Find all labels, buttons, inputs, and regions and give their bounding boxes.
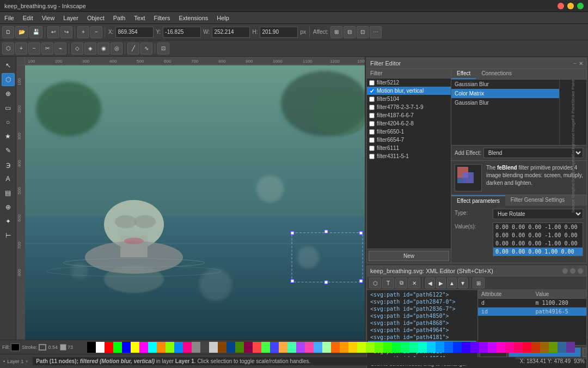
color-swatch[interactable] bbox=[279, 342, 287, 353]
connections-tab[interactable]: Connections bbox=[476, 69, 517, 79]
menu-object[interactable]: Object bbox=[83, 14, 109, 22]
y-input[interactable] bbox=[163, 27, 201, 38]
gradient-tool[interactable]: ▤ bbox=[2, 186, 15, 200]
dropper-tool[interactable]: ⊕ bbox=[2, 201, 15, 214]
color-swatch[interactable] bbox=[174, 342, 183, 353]
xml-new-elem-btn[interactable]: ⬡ bbox=[369, 277, 381, 288]
canvas-area[interactable] bbox=[25, 65, 365, 340]
color-swatch[interactable] bbox=[549, 342, 558, 353]
filter-checkbox-5[interactable] bbox=[369, 121, 375, 126]
filter-checkbox-6[interactable] bbox=[369, 129, 375, 135]
color-swatch[interactable] bbox=[462, 342, 470, 353]
effect-tab[interactable]: Effect bbox=[451, 69, 476, 79]
x-input[interactable] bbox=[115, 27, 154, 38]
color-swatch[interactable] bbox=[436, 342, 444, 353]
color-swatch[interactable] bbox=[523, 342, 531, 353]
color-swatch[interactable] bbox=[444, 342, 453, 353]
xml-node-6[interactable]: <svg:path id="path4181"> bbox=[368, 334, 476, 341]
stroke-color-box[interactable] bbox=[39, 344, 46, 351]
color-swatch[interactable] bbox=[139, 342, 148, 353]
filter-item-8[interactable]: filter6111 bbox=[367, 144, 451, 152]
xml-delete-btn[interactable]: ✕ bbox=[408, 277, 420, 288]
filter-item-1[interactable]: Motion blur, vertical bbox=[367, 87, 451, 95]
add-effect-select[interactable]: Blend Gaussian Blur Color Matrix Composi… bbox=[483, 148, 583, 158]
menu-path[interactable]: Path bbox=[109, 14, 130, 22]
fill-color-box[interactable] bbox=[11, 343, 20, 351]
color-swatch[interactable] bbox=[131, 342, 139, 353]
color-swatch[interactable] bbox=[166, 342, 174, 353]
matrix-row-2[interactable]: 0.00 0.00 0.00 -1.00 0.00 bbox=[493, 239, 583, 248]
rect-tool[interactable]: ▭ bbox=[2, 101, 15, 114]
xml-duplicate-btn[interactable]: ⧉ bbox=[395, 277, 407, 288]
smooth-btn[interactable]: ◈ bbox=[84, 43, 96, 55]
color-swatch[interactable] bbox=[375, 342, 383, 353]
xml-new-text-btn[interactable]: T bbox=[382, 277, 394, 288]
filter-checkbox-8[interactable] bbox=[369, 146, 375, 151]
affect-btn-1[interactable]: ⊞ bbox=[330, 26, 342, 38]
filter-checkbox-9[interactable] bbox=[369, 154, 375, 159]
color-swatch[interactable] bbox=[226, 342, 235, 353]
remove-node-btn[interactable]: − bbox=[28, 43, 40, 55]
curve-seg-btn[interactable]: ∿ bbox=[140, 43, 152, 55]
color-swatch[interactable] bbox=[453, 342, 462, 353]
filter-item-4[interactable]: filter4187-6-6-7 bbox=[367, 111, 451, 119]
xml-indent-btn[interactable]: ⊞ bbox=[473, 277, 485, 288]
xml-circle-1[interactable] bbox=[562, 268, 568, 274]
effect-params-tab[interactable]: Effect parameters bbox=[451, 195, 505, 206]
xml-node-1[interactable]: <svg:path id="path2847-0"> bbox=[368, 298, 476, 305]
node-tool-btn[interactable]: ⬡ bbox=[2, 43, 14, 55]
color-swatch[interactable] bbox=[287, 342, 296, 353]
add-node-btn[interactable]: + bbox=[15, 43, 27, 55]
select-tool[interactable]: ↖ bbox=[2, 59, 15, 72]
color-swatch[interactable] bbox=[366, 342, 375, 353]
xml-nav-up[interactable]: ▲ bbox=[447, 277, 457, 288]
xml-node-3[interactable]: <svg:path id="path4850"> bbox=[368, 312, 476, 319]
color-swatch[interactable] bbox=[192, 342, 200, 353]
color-swatch[interactable] bbox=[200, 342, 209, 353]
color-swatch[interactable] bbox=[305, 342, 314, 353]
xml-node-4[interactable]: <svg:path id="path4868"> bbox=[368, 319, 476, 327]
filter-checkbox-2[interactable] bbox=[369, 96, 375, 102]
color-swatch[interactable] bbox=[87, 342, 96, 353]
color-swatch[interactable] bbox=[270, 342, 279, 353]
color-swatch[interactable] bbox=[418, 342, 427, 353]
menu-file[interactable]: File bbox=[0, 14, 19, 22]
zoom-out-btn[interactable]: − bbox=[90, 26, 102, 38]
calligraphy-tool[interactable]: ℈ bbox=[2, 158, 15, 171]
undo-btn[interactable]: ↩ bbox=[47, 26, 59, 38]
color-swatch[interactable] bbox=[488, 342, 497, 353]
pencil-tool[interactable]: ✎ bbox=[2, 144, 15, 157]
cusp-btn[interactable]: ◇ bbox=[71, 43, 83, 55]
show-handles-btn[interactable]: ⊡ bbox=[157, 43, 169, 55]
xml-attr-row-1[interactable]: id path4916-5 bbox=[478, 307, 586, 316]
line-seg-btn[interactable]: ╱ bbox=[127, 43, 139, 55]
color-swatch[interactable] bbox=[409, 342, 418, 353]
xml-circle-2[interactable] bbox=[570, 268, 575, 274]
color-swatch[interactable] bbox=[401, 342, 409, 353]
xml-node-2[interactable]: <svg:path id="path2836-7"> bbox=[368, 305, 476, 312]
color-swatch[interactable] bbox=[505, 342, 514, 353]
spray-tool[interactable]: ✦ bbox=[2, 215, 15, 228]
filter-item-5[interactable]: filter4204-6-2-8 bbox=[367, 119, 451, 128]
color-swatch[interactable] bbox=[348, 342, 357, 353]
color-swatch[interactable] bbox=[157, 342, 166, 353]
matrix-row-0[interactable]: 0.00 0.00 0.00 -1.00 0.00 bbox=[493, 223, 583, 231]
general-settings-tab[interactable]: Filter General Settings bbox=[505, 195, 571, 206]
matrix-row-3[interactable]: 0.00 0.00 0.00 1.00 0.00 bbox=[493, 248, 583, 256]
color-swatch[interactable] bbox=[183, 342, 192, 353]
color-swatch[interactable] bbox=[105, 342, 113, 353]
color-swatch[interactable] bbox=[514, 342, 523, 353]
menu-layer[interactable]: Layer bbox=[59, 14, 83, 22]
menu-text[interactable]: Text bbox=[130, 14, 149, 22]
color-swatch[interactable] bbox=[314, 342, 322, 353]
color-swatch[interactable] bbox=[235, 342, 244, 353]
color-swatch[interactable] bbox=[392, 342, 401, 353]
zoom-in-btn[interactable]: + bbox=[77, 26, 89, 38]
filter-editor-close[interactable]: ✕ bbox=[579, 61, 583, 67]
auto-smooth-btn[interactable]: ◎ bbox=[111, 43, 122, 55]
filter-checkbox-1[interactable] bbox=[369, 88, 375, 94]
xml-attr-row-0[interactable]: d m 1100.280 bbox=[478, 299, 586, 307]
filter-item-7[interactable]: filter6654-7 bbox=[367, 136, 451, 144]
color-swatch[interactable] bbox=[357, 342, 366, 353]
xml-node-5[interactable]: <svg:path id="path4964"> bbox=[368, 327, 476, 334]
